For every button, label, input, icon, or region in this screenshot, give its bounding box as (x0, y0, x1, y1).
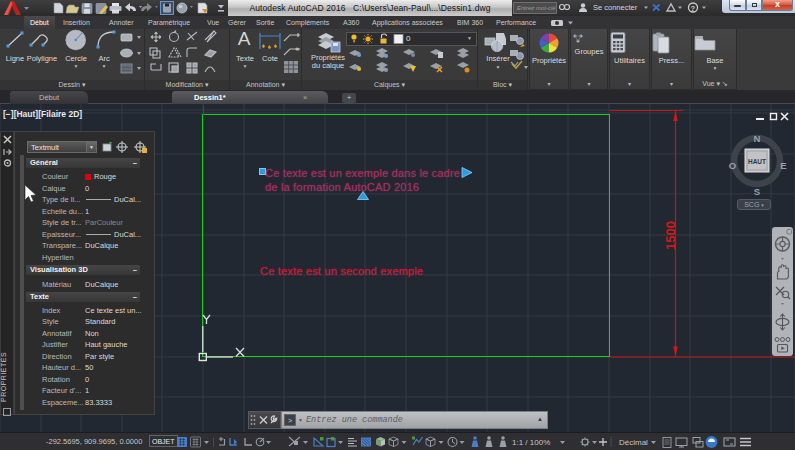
svg-text:E: E (780, 160, 786, 171)
svg-text:1500: 1500 (663, 221, 678, 250)
svg-text:S: S (754, 186, 760, 197)
svg-text:N: N (754, 133, 761, 144)
svg-text:?: ? (691, 4, 696, 13)
svg-text:HAUT: HAUT (748, 158, 766, 165)
svg-text:Décimal: Décimal (619, 438, 648, 447)
svg-text:Se connecter: Se connecter (593, 3, 638, 12)
svg-text:1:1 / 100%: 1:1 / 100% (512, 438, 550, 447)
svg-text:O: O (729, 160, 736, 171)
